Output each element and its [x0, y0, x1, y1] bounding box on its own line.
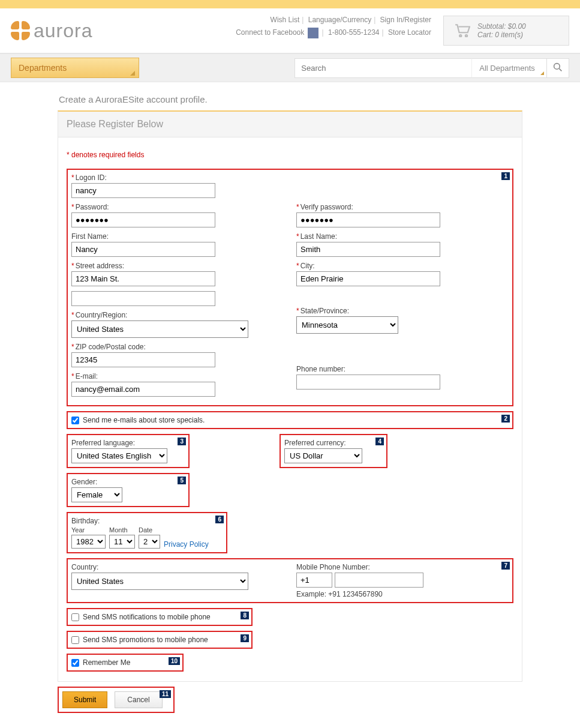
verify-password-label: Verify password: [300, 203, 353, 211]
birthday-year-select[interactable]: 1982 [71, 535, 106, 549]
logon-label: Logon ID: [76, 173, 107, 182]
gender-select[interactable]: Female [71, 487, 122, 502]
password-input[interactable] [71, 212, 215, 227]
badge-7: 7 [501, 562, 510, 570]
phone-label: Phone number: [296, 365, 345, 373]
search-icon [553, 62, 563, 72]
birthday-section: 6 Birthday: Year 1982 Month 11 Date 2 Pr… [67, 512, 227, 553]
pref-cur-label: Preferred currency: [284, 439, 383, 447]
cart-items-value: 0 item(s) [495, 31, 523, 39]
email-specials-checkbox[interactable] [71, 417, 79, 424]
search-area: All Departments [294, 58, 569, 78]
cart-items-label: Cart: [477, 31, 493, 39]
cancel-button[interactable]: Cancel [115, 691, 162, 708]
cart-icon [455, 24, 470, 37]
language-currency-link[interactable]: Language/Currency [308, 16, 371, 24]
country-label: Country/Region: [76, 311, 128, 319]
badge-2: 2 [501, 415, 510, 423]
cart-subtotal-value: $0.00 [508, 22, 526, 31]
main-content: Create a AuroraESite account profile. Pl… [58, 94, 522, 728]
logo-icon [11, 21, 30, 40]
nav-bar: Departments All Departments [0, 53, 580, 82]
departments-button[interactable]: Departments [11, 58, 139, 78]
zip-label: ZIP code/Postal code: [76, 343, 146, 351]
top-accent-bar [0, 0, 580, 8]
search-scope-label: All Departments [479, 64, 534, 73]
mobile-country-select[interactable]: United States [71, 573, 248, 590]
facebook-connect-link[interactable]: Connect to Facebook [236, 28, 304, 37]
remember-me-section: 10 Remember Me [67, 654, 184, 672]
mobile-example: Example: +91 1234567890 [296, 590, 497, 598]
search-input[interactable] [294, 58, 471, 78]
email-input[interactable] [71, 382, 215, 397]
last-name-input[interactable] [296, 242, 440, 257]
badge-11: 11 [160, 690, 171, 698]
gender-label: Gender: [71, 478, 185, 486]
date-label: Date [139, 526, 160, 534]
sms-promotions-label: Send SMS promotions to mobile phone [83, 636, 208, 644]
state-select[interactable]: Minnesota [296, 316, 398, 334]
remember-me-label: Remember Me [83, 658, 130, 667]
country-select[interactable]: United States [71, 320, 248, 338]
preferred-language-section: 3 Preferred language: United States Engl… [67, 434, 190, 468]
street2-input[interactable] [71, 291, 215, 306]
street-label: Street address: [76, 262, 124, 270]
header: aurora Wish List| Language/Currency| Sig… [0, 8, 580, 53]
birthday-month-select[interactable]: 11 [109, 535, 135, 549]
mini-cart[interactable]: Subtotal: $0.00 Cart: 0 item(s) [443, 16, 569, 46]
privacy-policy-link[interactable]: Privacy Policy [164, 540, 209, 549]
search-button[interactable] [547, 58, 569, 78]
sign-in-link[interactable]: Sign In/Register [380, 16, 431, 24]
header-links: Wish List| Language/Currency| Sign In/Re… [236, 16, 431, 42]
email-specials-label: Send me e-mails about store specials. [83, 416, 205, 424]
first-name-input[interactable] [71, 242, 215, 257]
badge-5: 5 [178, 477, 186, 484]
sms-notifications-label: Send SMS notifications to mobile phone [83, 613, 211, 621]
svg-point-1 [465, 35, 467, 37]
mobile-label: Mobile Phone Number: [296, 563, 497, 571]
facebook-icon [308, 28, 318, 38]
svg-point-0 [459, 35, 461, 37]
street-input[interactable] [71, 271, 215, 286]
birthday-label: Birthday: [71, 517, 223, 525]
search-scope-select[interactable]: All Departments [471, 58, 547, 78]
preferred-currency-section: 4 Preferred currency: US Dollar [280, 434, 387, 468]
badge-1: 1 [501, 172, 510, 180]
phone-input[interactable] [296, 375, 440, 390]
required-note: * denotes required fields [67, 151, 513, 159]
sms-notifications-checkbox[interactable] [71, 613, 79, 621]
email-specials-section: 2 Send me e-mails about store specials. [67, 411, 513, 429]
submit-button[interactable]: Submit [62, 691, 107, 708]
zip-input[interactable] [71, 352, 215, 367]
svg-point-2 [554, 63, 560, 69]
mobile-section: 7 Country: United States Mobile Phone Nu… [67, 558, 513, 603]
city-input[interactable] [296, 271, 440, 286]
badge-3: 3 [178, 438, 186, 445]
preferred-currency-select[interactable]: US Dollar [284, 448, 362, 463]
badge-4: 4 [375, 438, 384, 445]
sms-notifications-section: 8 Send SMS notifications to mobile phone [67, 608, 253, 626]
badge-9: 9 [241, 634, 249, 642]
preferred-language-select[interactable]: United States English [71, 448, 167, 463]
sms-promotions-section: 9 Send SMS promotions to mobile phone [67, 631, 253, 649]
register-header: Please Register Below [58, 110, 522, 137]
month-label: Month [109, 526, 135, 534]
birthday-date-select[interactable]: 2 [139, 535, 160, 549]
personal-info-section: 1 *Logon ID: *Password: First Name: *Str… [67, 169, 513, 406]
logon-input[interactable] [71, 183, 215, 198]
wish-list-link[interactable]: Wish List [271, 16, 300, 24]
sms-promotions-checkbox[interactable] [71, 636, 79, 644]
logo-text: aurora [34, 20, 93, 42]
mobile-prefix-input[interactable] [296, 573, 332, 588]
first-name-label: First Name: [71, 232, 109, 241]
mobile-number-input[interactable] [335, 573, 423, 588]
badge-10: 10 [169, 657, 180, 665]
pref-lang-label: Preferred language: [71, 439, 185, 447]
badge-8: 8 [241, 612, 249, 619]
remember-me-checkbox[interactable] [71, 659, 79, 667]
logo[interactable]: aurora [11, 20, 93, 42]
email-label: E-mail: [76, 372, 98, 381]
verify-password-input[interactable] [296, 212, 440, 227]
store-locator-link[interactable]: Store Locator [388, 28, 431, 37]
state-label: State/Province: [300, 307, 349, 315]
